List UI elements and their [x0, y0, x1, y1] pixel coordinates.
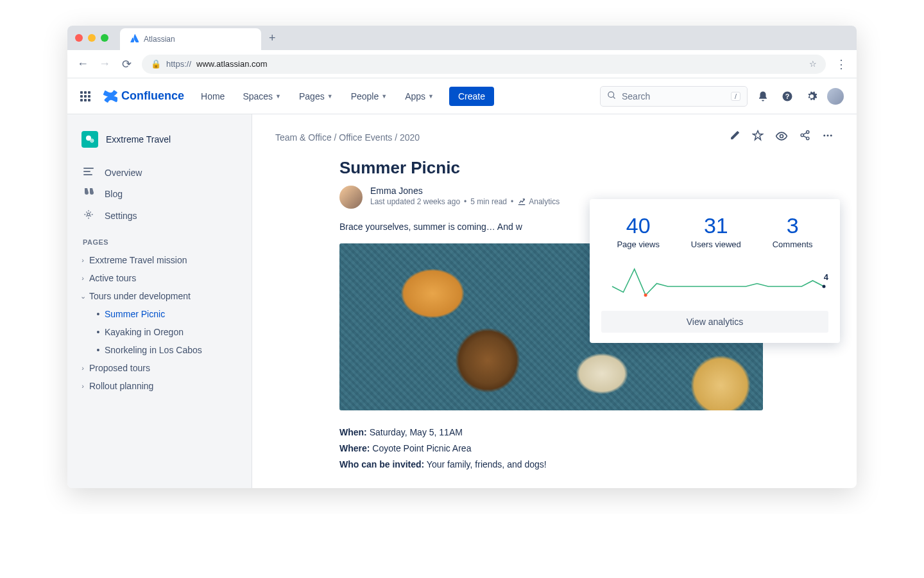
sidebar: Exxtreme Travel Overview Blog Settings P…: [67, 114, 252, 488]
page-header: Team & Office / Office Events / 2020: [275, 130, 857, 145]
sparkline-value: 4: [824, 272, 828, 282]
author-avatar[interactable]: [339, 186, 363, 209]
stat-page-views: 40Page views: [617, 213, 659, 249]
help-icon[interactable]: ?: [778, 87, 796, 105]
bullet-icon: •: [92, 345, 105, 355]
search-placeholder: Search: [622, 91, 650, 101]
analytics-popover: 40Page views 31Users viewed 3Comments 4 …: [590, 199, 840, 343]
overview-icon: [83, 167, 94, 178]
profile-avatar[interactable]: [827, 88, 844, 105]
reload-button[interactable]: ⟳: [120, 57, 133, 71]
nav-pages[interactable]: Pages▼: [296, 87, 336, 105]
tree-subitem[interactable]: •Snorkeling in Los Cabos: [76, 341, 243, 359]
tree-label: Rollout planning: [89, 381, 153, 391]
browser-tabbar: Atlassian +: [67, 26, 857, 50]
tree-item[interactable]: ›Proposed tours: [76, 359, 243, 377]
page-content: Summer Picnic Emma Jones Last updated 2 …: [339, 158, 763, 473]
analytics-link[interactable]: Analytics: [517, 197, 560, 206]
share-icon[interactable]: [800, 130, 810, 145]
tree-item[interactable]: ›Active tours: [76, 269, 243, 287]
browser-menu[interactable]: ⋮: [835, 57, 848, 71]
chevron-right-icon: ›: [76, 274, 89, 282]
nav-apps[interactable]: Apps▼: [402, 87, 436, 105]
tree-subitem[interactable]: •Summer Picnic: [76, 305, 243, 323]
svg-text:?: ?: [785, 92, 789, 100]
sidebar-overview[interactable]: Overview: [76, 162, 243, 183]
minimize-window[interactable]: [88, 34, 96, 42]
tree-subitem[interactable]: •Kayaking in Oregon: [76, 323, 243, 341]
search-input[interactable]: Search /: [600, 86, 748, 107]
author-name[interactable]: Emma Jones: [370, 186, 560, 196]
forward-button[interactable]: →: [98, 57, 111, 71]
svg-line-1: [613, 96, 615, 98]
star-icon[interactable]: [752, 130, 764, 145]
svg-point-21: [644, 293, 647, 297]
nav-spaces[interactable]: Spaces▼: [240, 87, 284, 105]
watch-icon[interactable]: [775, 130, 788, 145]
new-tab-button[interactable]: +: [269, 31, 276, 45]
svg-point-11: [87, 213, 90, 216]
space-header[interactable]: Exxtreme Travel: [76, 128, 243, 150]
back-button[interactable]: ←: [76, 57, 89, 71]
gear-icon: [83, 209, 94, 222]
app-body: Exxtreme Travel Overview Blog Settings P…: [67, 114, 857, 488]
create-button[interactable]: Create: [449, 87, 494, 106]
breadcrumb[interactable]: Team & Office / Office Events / 2020: [275, 132, 420, 143]
who-label: Who can be invited:: [339, 459, 424, 469]
chevron-down-icon: ▼: [275, 93, 281, 100]
settings-icon[interactable]: [803, 87, 821, 105]
star-icon[interactable]: ☆: [809, 59, 817, 69]
more-icon[interactable]: [822, 130, 834, 145]
read-time: 5 min read: [470, 197, 507, 206]
search-icon: [607, 91, 617, 102]
chevron-down-icon: ▼: [381, 93, 387, 100]
confluence-icon: [103, 89, 117, 103]
edit-icon[interactable]: [730, 130, 740, 145]
close-window[interactable]: [75, 34, 83, 42]
svg-point-15: [807, 137, 809, 139]
product-name: Confluence: [121, 89, 184, 103]
notifications-icon[interactable]: [754, 87, 772, 105]
tree-item[interactable]: ⌄Tours under development: [76, 287, 243, 305]
browser-toolbar: ← → ⟳ 🔒 https:// www.atlassian.com ☆ ⋮: [67, 50, 857, 78]
url-host: www.atlassian.com: [196, 59, 268, 69]
url-scheme: https://: [166, 59, 191, 69]
svg-point-22: [823, 285, 826, 288]
analytics-sparkline: 4: [601, 258, 828, 303]
space-icon: [81, 131, 98, 148]
sparkline-chart: [601, 258, 828, 303]
tree-item[interactable]: ›Exxtreme Travel mission: [76, 251, 243, 269]
chevron-down-icon: ▼: [327, 93, 333, 100]
view-analytics-button[interactable]: View analytics: [601, 311, 828, 333]
nav-home[interactable]: Home: [198, 87, 227, 105]
chevron-right-icon: ›: [76, 256, 89, 264]
svg-point-14: [801, 134, 803, 136]
search-shortcut: /: [731, 92, 740, 101]
browser-window: Atlassian + ← → ⟳ 🔒 https:// www.atlassi…: [67, 26, 857, 488]
svg-line-17: [803, 136, 807, 138]
tree-item[interactable]: ›Rollout planning: [76, 377, 243, 395]
main-content: Team & Office / Office Events / 2020 Sum…: [252, 114, 857, 488]
atlassian-icon: [130, 34, 139, 44]
sidebar-settings[interactable]: Settings: [76, 204, 243, 227]
browser-tab[interactable]: Atlassian: [120, 28, 261, 50]
tree-label: Summer Picnic: [105, 309, 165, 319]
when-label: When:: [339, 427, 367, 437]
tab-title: Atlassian: [144, 35, 175, 44]
nav-people[interactable]: People▼: [348, 87, 390, 105]
tree-label: Tours under development: [89, 291, 191, 301]
confluence-logo[interactable]: Confluence: [103, 89, 184, 103]
app-switcher-icon[interactable]: [80, 91, 93, 101]
tree-label: Exxtreme Travel mission: [89, 255, 187, 265]
sidebar-blog[interactable]: Blog: [76, 183, 243, 204]
stat-users-viewed: 31Users viewed: [691, 213, 741, 249]
analytics-icon: [517, 197, 526, 206]
address-bar[interactable]: 🔒 https:// www.atlassian.com ☆: [142, 55, 826, 74]
last-updated: Last updated 2 weeks ago: [370, 197, 460, 206]
maximize-window[interactable]: [101, 34, 108, 42]
svg-line-16: [803, 133, 807, 135]
tree-label: Snorkeling in Los Cabos: [105, 345, 202, 355]
bullet-icon: •: [92, 327, 105, 337]
when-value: Saturday, May 5, 11AM: [367, 427, 463, 437]
stat-comments: 3Comments: [773, 213, 813, 249]
